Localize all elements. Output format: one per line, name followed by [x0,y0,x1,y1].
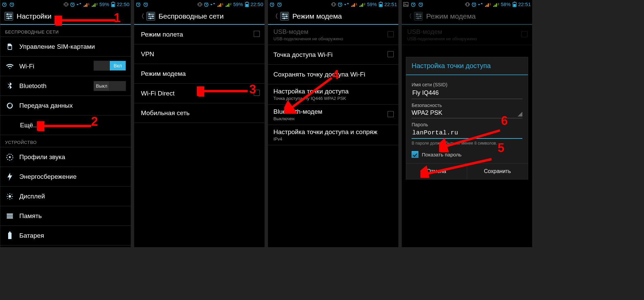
row-bluetooth[interactable]: Bluetooth Выкл [0,76,131,96]
row-display[interactable]: Дисплей [0,187,131,206]
hotspot-checkbox[interactable] [388,51,394,57]
row-data-usage[interactable]: Передача данных [0,96,131,115]
cancel-button[interactable]: Отмена [406,164,467,179]
appbar[interactable]: 〈 Беспроводные сети [134,8,265,25]
signal-1-icon [216,2,222,7]
status-bar: 1 2 59% 22:51 [268,0,398,8]
usb-checkbox [388,31,394,37]
hotspot-config-dialog: Настройка точки доступа Имя сети (SSID) … [406,57,528,179]
alarm-icon [136,2,141,7]
status-bar: 1 2 59% 22:50 [0,0,131,8]
tutorial-four-screens: 1 2 59% 22:50 Настройки Беспроводные сет… [0,0,527,248]
security-spinner[interactable]: WPA2 PSK [412,109,522,119]
row-label: Передача данных [19,102,126,109]
clock-icon [471,2,477,7]
data-usage-icon [5,101,15,110]
row-mobile-network[interactable]: Мобильная сеть [134,103,265,123]
battery-icon [110,2,116,7]
svg-rect-18 [7,213,13,215]
row-keep-hotspot[interactable]: Сохранять точку доступа Wi-Fi [268,65,398,84]
row-storage[interactable]: Память [0,206,131,226]
screen-2: 1 2 59% 22:50 〈 Беспроводные сети Режим … [134,0,265,247]
battery-percent: 58% [501,2,511,7]
page-title: Настройки [17,12,51,20]
show-password-label: Показать пароль [422,152,461,157]
row-wifi-hotspot[interactable]: Точка доступа Wi-Fi [268,45,398,65]
battery-percent: 59% [233,2,243,7]
row-label: Настройка точки доступа [273,88,394,95]
password-input[interactable] [412,127,522,139]
back-chevron-icon[interactable]: 〈 [138,12,144,20]
row-airplane[interactable]: Режим полета [134,25,265,44]
battery-icon [5,231,15,240]
row-more[interactable]: Ещё... [0,115,131,135]
row-label: Ещё... [20,122,126,129]
svg-rect-13 [9,47,11,49]
data-updown-icon [478,2,483,7]
row-bt-modem[interactable]: Bluetooth-модем Выключен [268,105,398,125]
row-vpn[interactable]: VPN [134,44,265,64]
airplane-checkbox[interactable] [254,31,260,37]
row-power[interactable]: Энергосбережение [0,167,131,187]
row-label: Wi-Fi [19,63,89,70]
clock-time: 22:50 [117,1,129,7]
signal-1-icon [350,2,356,7]
bt-toggle[interactable]: Выкл [94,81,126,91]
row-battery[interactable]: Батарея [0,226,131,245]
dialog-title: Настройка точки доступа [406,57,528,75]
alarm-icon [9,2,15,7]
row-hotspot-pairing[interactable]: Настройка точки доступа и сопряж IPv4 [268,125,398,145]
battery-icon [378,2,383,7]
battery-icon [512,2,517,7]
page-title: Режим модема [292,12,342,20]
ssid-input[interactable] [412,87,522,99]
row-wifi-direct[interactable]: Wi-Fi Direct [134,84,265,103]
show-password-checkbox[interactable] [412,151,418,158]
alarm-icon [143,2,148,7]
clock-time: 22:50 [250,1,263,7]
wifi-icon [5,62,15,71]
row-sublabel: Точка доступа Fly IQ446 WPA2 PSK [273,96,394,101]
alarm-icon [2,2,7,7]
screen-1: 1 2 59% 22:50 Настройки Беспроводные сет… [0,0,131,247]
clock-time: 22:51 [384,1,397,7]
row-wifi[interactable]: Wi-Fi Вкл [0,57,131,76]
back-chevron-icon[interactable]: 〈 [272,12,278,20]
signal-2-icon [91,2,96,7]
row-label: Настройка точки доступа и сопряж [273,128,394,136]
row-audio[interactable]: Профили звука [0,147,131,167]
save-button[interactable]: Сохранить [467,164,528,179]
screen-4: 1 2 58% 22:51 〈 Режим модема USB-модем U [402,0,532,247]
row-label: VPN [141,50,260,58]
svg-point-17 [8,195,11,197]
data-updown-icon [344,2,349,7]
security-value: WPA2 PSK [412,109,442,116]
wifi-toggle[interactable]: Вкл [94,61,126,72]
svg-rect-19 [7,215,13,217]
signal-2-icon [225,2,230,7]
audio-profiles-icon [5,152,15,162]
usb-checkbox [521,31,527,37]
battery-percent: 59% [100,2,109,7]
bt-checkbox[interactable] [388,111,394,117]
appbar[interactable]: 〈 Режим модема [268,8,398,25]
row-label: Bluetooth-модем [273,108,383,115]
clock-icon [204,2,209,7]
bluetooth-icon [5,81,15,91]
settings-app-icon [280,12,289,21]
svg-rect-22 [9,232,11,233]
row-sim[interactable]: Управление SIM-картами [0,37,131,57]
alarm-icon [277,2,282,7]
row-label: Режим модема [141,70,260,78]
security-label: Безопасность [412,103,522,108]
row-sublabel: USB-подключения не обнаружено [407,36,517,41]
row-tethering[interactable]: Режим модема [134,64,265,84]
row-usb-modem: USB-модем USB-подключения не обнаружено [268,25,398,45]
sim-icon [5,42,15,51]
row-label: Режим полета [141,31,249,38]
wifi-direct-checkbox[interactable] [254,90,260,96]
status-bar: 1 2 59% 22:50 [134,0,265,8]
row-hotspot-config[interactable]: Настройка точки доступа Точка доступа Fl… [268,84,398,105]
sim2-badge: 2 [96,2,98,6]
appbar: 〈 Режим модема [402,8,532,25]
